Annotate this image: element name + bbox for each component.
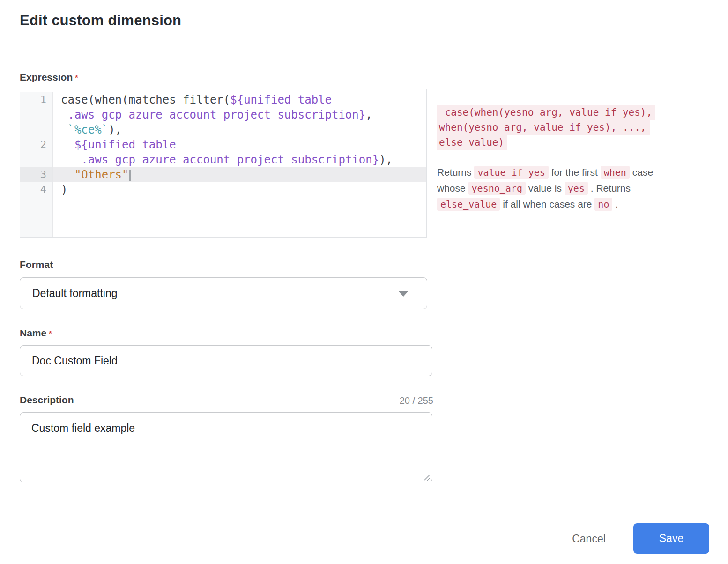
expression-label: Expression* (20, 72, 78, 83)
doc-text: whose (437, 183, 468, 193)
code-line[interactable]: case(when(matches_filter(${unified_table (53, 92, 426, 107)
code-line[interactable]: .aws_gcp_azure_account_project_subscript… (53, 152, 426, 167)
doc-code-block: case(when(yesno_arg, value_if_yes),when(… (437, 105, 718, 150)
doc-inline-code: yesno_arg (468, 182, 526, 195)
name-input[interactable] (20, 345, 432, 376)
line-number: 4 (20, 182, 53, 197)
code-line[interactable]: `%ce%`), (53, 122, 426, 137)
editor-row[interactable]: 2 ${unified_table (20, 137, 426, 152)
editor-row[interactable]: 3 "Others" (20, 167, 426, 182)
editor-row[interactable]: .aws_gcp_azure_account_project_subscript… (20, 107, 426, 122)
name-label-text: Name (20, 327, 46, 338)
cancel-button[interactable]: Cancel (562, 530, 616, 547)
chevron-down-icon (399, 291, 408, 297)
description-textarea[interactable]: Custom field example (20, 412, 432, 482)
doc-inline-code: when (601, 166, 630, 179)
code-line[interactable]: .aws_gcp_azure_account_project_subscript… (53, 107, 426, 122)
gutter (20, 197, 53, 237)
name-label: Name* (20, 327, 52, 339)
resize-handle-icon[interactable] (423, 474, 431, 481)
required-asterisk: * (49, 330, 52, 338)
line-number (20, 122, 53, 137)
doc-text: . Returns (588, 183, 631, 193)
editor-row[interactable]: `%ce%`), (20, 122, 426, 137)
line-number (20, 107, 53, 122)
line-number: 1 (20, 92, 53, 107)
editor-row[interactable]: 1case(when(matches_filter(${unified_tabl… (20, 92, 426, 107)
doc-text: value is (526, 183, 565, 193)
expression-code-editor[interactable]: 1case(when(matches_filter(${unified_tabl… (20, 89, 427, 238)
doc-text: Returns (437, 167, 474, 178)
required-asterisk: * (75, 74, 78, 82)
text-cursor (129, 170, 131, 181)
doc-inline-code: no (594, 198, 612, 211)
doc-text: for the first (549, 167, 601, 178)
editor-row[interactable]: .aws_gcp_azure_account_project_subscript… (20, 152, 426, 167)
save-button[interactable]: Save (633, 523, 709, 554)
function-doc-panel: case(when(yesno_arg, value_if_yes),when(… (437, 105, 718, 212)
doc-code-text: when(yesno_arg, value_if_yes), ..., (437, 120, 650, 135)
doc-text: case (630, 167, 653, 178)
doc-text: if all when cases are (500, 199, 594, 209)
page-title: Edit custom dimension (20, 12, 181, 29)
line-number: 3 (20, 167, 53, 182)
doc-text: . (612, 199, 618, 209)
format-select-value: Default formatting (32, 287, 118, 299)
editor-row[interactable]: 4) (20, 182, 426, 197)
line-number: 2 (20, 137, 53, 152)
doc-code-text: else_value) (437, 135, 507, 150)
editor-rows: 1case(when(matches_filter(${unified_tabl… (20, 92, 426, 237)
doc-inline-code: else_value (437, 198, 500, 211)
code-line[interactable]: ${unified_table (53, 137, 426, 152)
editor-empty-area[interactable] (20, 197, 426, 237)
line-number (20, 152, 53, 167)
expression-label-text: Expression (20, 72, 73, 82)
doc-code-text: case(when(yesno_arg, value_if_yes), (437, 105, 655, 120)
doc-inline-code: yes (565, 182, 588, 195)
format-label: Format (20, 259, 53, 270)
code-line[interactable]: "Others" (53, 167, 426, 182)
code-line[interactable]: ) (53, 182, 426, 197)
doc-description: Returns value_if_yes for the first when … (437, 164, 718, 212)
doc-inline-code: value_if_yes (474, 166, 549, 179)
char-counter: 20 / 255 (20, 395, 433, 406)
format-select[interactable]: Default formatting (20, 277, 427, 309)
